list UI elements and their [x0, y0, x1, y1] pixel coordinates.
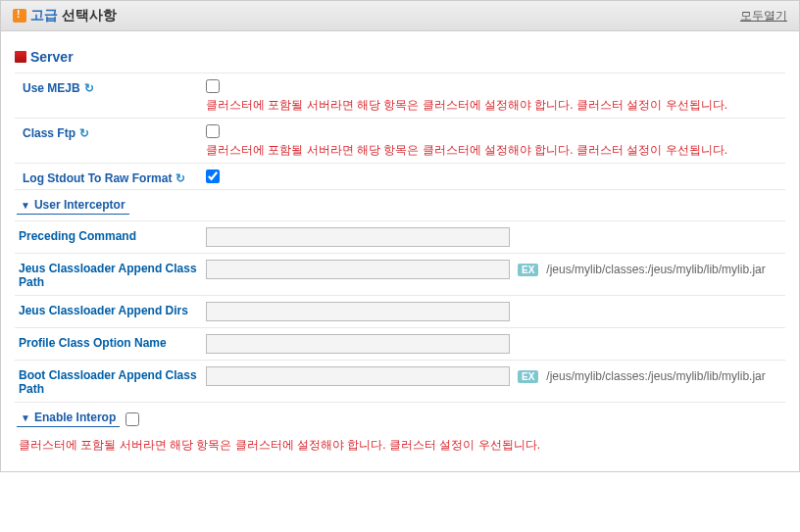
jeus-append-dirs-label: Jeus Classloader Append Dirs — [15, 302, 206, 317]
row-boot-append-classpath: Boot Classloader Append Class Path EX /j… — [15, 360, 785, 402]
refresh-icon[interactable]: ↻ — [175, 171, 187, 183]
ex-badge: EX — [518, 264, 538, 276]
row-log-stdout: Log Stdout To Raw Format ↻ — [15, 163, 785, 189]
row-profile-class-option: Profile Class Option Name — [15, 327, 785, 360]
chevron-down-icon: ▼ — [21, 200, 30, 211]
class-ftp-label-wrap: Class Ftp ↻ — [15, 124, 206, 140]
row-preceding-command: Preceding Command — [15, 220, 785, 253]
row-class-ftp: Class Ftp ↻ 클러스터에 포함될 서버라면 해당 항목은 클러스터에 … — [15, 118, 785, 163]
use-mejb-label: Use MEJB — [23, 81, 80, 95]
log-stdout-value — [206, 169, 785, 183]
log-stdout-label-wrap: Log Stdout To Raw Format ↻ — [15, 169, 206, 185]
log-stdout-label: Log Stdout To Raw Format — [23, 171, 172, 185]
class-ftp-label: Class Ftp — [23, 126, 75, 140]
jeus-append-dirs-input[interactable] — [206, 302, 510, 321]
advanced-panel: 고급 선택사항 모두열기 Server Use MEJB ↻ 클러스터에 포함될… — [0, 0, 800, 472]
user-interceptor-header: ▼ User Interceptor — [15, 189, 785, 220]
use-mejb-warn: 클러스터에 포함될 서버라면 해당 항목은 클러스터에 설정해야 합니다. 클러… — [206, 97, 785, 114]
class-ftp-value: 클러스터에 포함될 서버라면 해당 항목은 클러스터에 설정해야 합니다. 클러… — [206, 124, 785, 159]
boot-append-classpath-label: Boot Classloader Append Class Path — [15, 366, 206, 396]
server-section-title: Server — [15, 43, 785, 73]
preceding-command-label: Preceding Command — [15, 227, 206, 243]
row-use-mejb: Use MEJB ↻ 클러스터에 포함될 서버라면 해당 항목은 클러스터에 설… — [15, 73, 785, 118]
panel-content: Server Use MEJB ↻ 클러스터에 포함될 서버라면 해당 항목은 … — [0, 31, 800, 472]
profile-class-option-label: Profile Class Option Name — [15, 334, 206, 350]
user-interceptor-label: User Interceptor — [34, 198, 125, 212]
class-ftp-warn: 클러스터에 포함될 서버라면 해당 항목은 클러스터에 설정해야 합니다. 클러… — [206, 142, 785, 159]
class-ftp-checkbox[interactable] — [206, 124, 220, 138]
open-all-link[interactable]: 모두열기 — [740, 8, 787, 24]
use-mejb-label-wrap: Use MEJB ↻ — [15, 79, 206, 95]
panel-header: 고급 선택사항 모두열기 — [0, 0, 800, 31]
refresh-icon[interactable]: ↻ — [84, 81, 96, 93]
row-jeus-append-dirs: Jeus Classloader Append Dirs — [15, 295, 785, 327]
enable-interop-header: ▼ Enable Interop — [15, 402, 785, 433]
use-mejb-value: 클러스터에 포함될 서버라면 해당 항목은 클러스터에 설정해야 합니다. 클러… — [206, 79, 785, 114]
shield-icon — [13, 9, 26, 23]
use-mejb-checkbox[interactable] — [206, 79, 220, 93]
chevron-down-icon: ▼ — [21, 412, 30, 423]
server-section-label: Server — [30, 49, 74, 65]
panel-title: 고급 선택사항 — [30, 7, 117, 24]
enable-interop-checkbox[interactable] — [125, 412, 139, 426]
server-icon — [15, 51, 26, 63]
log-stdout-checkbox[interactable] — [206, 169, 220, 183]
row-jeus-append-classpath: Jeus Classloader Append Class Path EX /j… — [15, 253, 785, 295]
enable-interop-warn: 클러스터에 포함될 서버라면 해당 항목은 클러스터에 설정해야 합니다. 클러… — [15, 433, 785, 456]
panel-title-sel: 선택사항 — [62, 7, 117, 23]
jeus-append-classpath-ex: /jeus/mylib/classes:/jeus/mylib/lib/myli… — [546, 263, 765, 276]
profile-class-option-input[interactable] — [206, 334, 510, 354]
boot-append-classpath-ex: /jeus/mylib/classes:/jeus/mylib/lib/myli… — [546, 369, 765, 383]
panel-title-adv: 고급 — [30, 7, 58, 23]
preceding-command-input[interactable] — [206, 227, 510, 247]
user-interceptor-toggle[interactable]: ▼ User Interceptor — [17, 198, 129, 215]
jeus-append-classpath-label: Jeus Classloader Append Class Path — [15, 260, 206, 289]
panel-header-left: 고급 선택사항 — [13, 7, 117, 24]
boot-append-classpath-input[interactable] — [206, 366, 510, 386]
refresh-icon[interactable]: ↻ — [79, 126, 91, 138]
enable-interop-toggle[interactable]: ▼ Enable Interop — [17, 411, 120, 427]
enable-interop-label: Enable Interop — [34, 411, 116, 424]
ex-badge: EX — [518, 370, 538, 383]
jeus-append-classpath-input[interactable] — [206, 260, 510, 279]
